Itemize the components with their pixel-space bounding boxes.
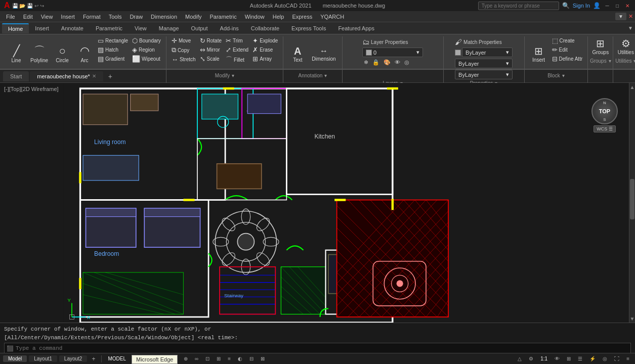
- dyn-btn[interactable]: ⊞: [214, 355, 223, 362]
- close-doc-icon[interactable]: ✕: [92, 73, 96, 79]
- bedit-btn[interactable]: ✏Edit: [550, 46, 585, 54]
- tab-add-ins[interactable]: Add-ins: [214, 24, 245, 33]
- tab-manage[interactable]: Manage: [153, 24, 185, 33]
- tab-start[interactable]: Start: [3, 71, 29, 81]
- tab-model[interactable]: Model: [3, 355, 27, 362]
- menu-format[interactable]: Format: [79, 13, 105, 21]
- sc-btn[interactable]: ⊠: [258, 355, 267, 362]
- erase-btn[interactable]: ✗Erase: [250, 46, 280, 54]
- scrollbar-right[interactable]: ▲ ▼: [629, 83, 635, 323]
- dimension-btn[interactable]: ↔ Dimension: [309, 36, 338, 72]
- layer-select[interactable]: 0 ▾: [362, 48, 423, 57]
- menu-parametric[interactable]: Parametric: [205, 13, 240, 21]
- modify-group-label[interactable]: Modify ▾: [170, 72, 280, 80]
- menu-view[interactable]: View: [37, 13, 57, 21]
- line-btn[interactable]: ╱ Line: [5, 36, 27, 72]
- annotation-group-label[interactable]: Annotation ▾: [286, 72, 338, 80]
- define-attr-btn[interactable]: ⊟Define Attr: [550, 55, 585, 63]
- customize-btn[interactable]: ≡: [624, 355, 632, 362]
- menu-help[interactable]: Help: [269, 13, 288, 21]
- minimize-btn[interactable]: ─: [604, 2, 611, 9]
- close-btn[interactable]: ✕: [624, 2, 631, 9]
- lw-btn[interactable]: ≡: [225, 355, 233, 362]
- insert-btn[interactable]: ⊞ Insert: [528, 36, 550, 72]
- layer-freeze-btn[interactable]: ❄: [362, 59, 370, 66]
- performance-btn[interactable]: ⚡: [587, 355, 598, 362]
- compass-ring[interactable]: N TOP S: [591, 98, 618, 124]
- floor-plan[interactable]: Bathroom Toilet Kitchen Living room: [0, 83, 629, 323]
- annotation-scale-btn[interactable]: △: [515, 355, 524, 362]
- utilities-btn[interactable]: ⚙ Utilities: [615, 36, 635, 57]
- copy-btn[interactable]: ⧉Copy: [170, 46, 198, 55]
- utilities-group-label[interactable]: Utilities ▾: [616, 57, 635, 65]
- search-input[interactable]: [478, 2, 559, 10]
- workspace-btn[interactable]: ⚙: [526, 355, 536, 362]
- groups-group-label[interactable]: Groups ▾: [591, 57, 610, 65]
- lineweight-dropdown[interactable]: ByLayer ▾: [455, 70, 513, 79]
- tab-featured-apps[interactable]: Featured Apps: [332, 24, 380, 33]
- polyline-btn[interactable]: ⌒ Polyline: [27, 36, 51, 72]
- menu-dimension[interactable]: Dimension: [147, 13, 181, 21]
- annotation-visibility-btn[interactable]: 👁: [552, 355, 562, 362]
- gradient-btn[interactable]: ▤Gradient: [96, 55, 130, 63]
- rectangle-btn[interactable]: ▭Rectangle: [96, 36, 130, 45]
- tab-meraoubeche[interactable]: meraoubeche house* ✕: [30, 71, 103, 81]
- tab-output[interactable]: Output: [185, 24, 214, 33]
- tab-collaborate[interactable]: Collaborate: [245, 24, 285, 33]
- layer-isolate-btn[interactable]: ◎: [403, 59, 411, 66]
- add-layout-btn[interactable]: +: [89, 355, 98, 363]
- extend-btn[interactable]: ⤢Extend: [224, 46, 250, 54]
- tab-layout2[interactable]: Layout2: [59, 355, 88, 362]
- scale-btn[interactable]: ⤡Scale: [198, 55, 224, 63]
- wcs-label[interactable]: WCS ☰: [594, 125, 616, 132]
- transparency-btn[interactable]: ◐: [235, 355, 245, 362]
- qp-btn[interactable]: ⊟: [247, 355, 256, 362]
- circle-btn[interactable]: ○ Circle: [51, 36, 73, 72]
- sign-in-btn[interactable]: Sign In: [573, 3, 590, 9]
- menu-draw[interactable]: Draw: [125, 13, 147, 21]
- ribbon-toggle-btn[interactable]: ▼: [615, 13, 626, 20]
- scroll-up-btn[interactable]: ▲: [630, 84, 634, 90]
- rotate-btn[interactable]: ↻Rotate: [198, 36, 224, 45]
- scroll-down-btn[interactable]: ▼: [630, 315, 634, 322]
- account-icon[interactable]: 👤: [593, 2, 601, 9]
- menu-modify[interactable]: Modify: [181, 13, 205, 21]
- tab-home[interactable]: Home: [2, 23, 29, 33]
- create-block-btn[interactable]: ⬚Create: [550, 36, 585, 45]
- tab-view[interactable]: View: [129, 24, 153, 33]
- layer-color-btn[interactable]: 🎨: [382, 59, 392, 66]
- menu-edit[interactable]: Edit: [19, 13, 37, 21]
- wipeout-btn[interactable]: ⬜Wipeout: [130, 55, 163, 63]
- tab-layout1[interactable]: Layout1: [29, 355, 57, 362]
- maximize-btn[interactable]: □: [614, 2, 621, 9]
- hatch-btn[interactable]: ▨Hatch: [96, 46, 130, 54]
- color-dropdown[interactable]: ByLayer ▾: [462, 48, 513, 57]
- linetype-dropdown[interactable]: ByLayer ▾: [455, 59, 513, 68]
- panel-toggle-btn[interactable]: ▼: [628, 25, 633, 31]
- text-btn[interactable]: A Text: [286, 36, 309, 72]
- auto-scale-btn[interactable]: ⊞: [564, 355, 573, 362]
- explode-btn[interactable]: ✦Explode: [250, 36, 280, 45]
- trim-btn[interactable]: ✂Trim: [224, 36, 250, 45]
- layer-manager-icon[interactable]: 🗂: [362, 38, 369, 46]
- array-btn[interactable]: ⊞Array: [250, 55, 280, 63]
- ducs-btn[interactable]: ⊡: [203, 355, 212, 362]
- match-properties-icon[interactable]: 🖌: [455, 38, 462, 46]
- scale-value[interactable]: 1:1: [538, 355, 550, 362]
- groups-btn[interactable]: ⊞ Groups: [589, 36, 612, 57]
- region-btn[interactable]: ◈Region: [130, 46, 163, 54]
- menu-yqarch[interactable]: YQARCH: [316, 13, 348, 21]
- menu-insert[interactable]: Insert: [57, 13, 79, 21]
- tab-express-tools[interactable]: Express Tools: [285, 24, 332, 33]
- layer-visibility-btn[interactable]: 👁: [393, 59, 402, 66]
- ribbon-close-btn[interactable]: ✕: [628, 13, 633, 20]
- tab-annotate[interactable]: Annotate: [55, 24, 90, 33]
- arc-btn[interactable]: ◠ Arc: [73, 36, 96, 72]
- boundary-btn[interactable]: ⬡Boundary: [130, 36, 163, 45]
- block-group-label[interactable]: Block ▾: [528, 72, 585, 80]
- menu-tools[interactable]: Tools: [105, 13, 126, 21]
- isolate-objects-btn[interactable]: ◎: [600, 355, 610, 362]
- layer-lock-btn[interactable]: 🔒: [371, 59, 381, 66]
- menu-file[interactable]: File: [2, 13, 19, 21]
- model-status-btn[interactable]: MODEL: [105, 355, 129, 362]
